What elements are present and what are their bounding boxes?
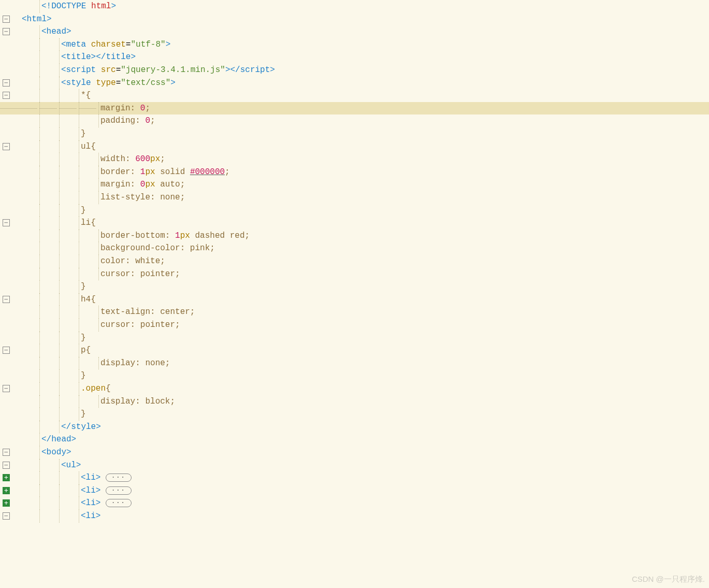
fold-collapse-icon[interactable] bbox=[3, 79, 10, 87]
folded-code-pill[interactable]: ··· bbox=[106, 474, 132, 482]
code-line[interactable]: cursor: pointer; bbox=[13, 268, 709, 281]
code-line[interactable]: } bbox=[13, 369, 709, 382]
code-text[interactable]: display: block; bbox=[100, 395, 175, 408]
code-text[interactable]: } bbox=[81, 408, 86, 421]
code-line[interactable]: <html> bbox=[13, 13, 709, 26]
code-text[interactable]: border-bottom: 1px dashed red; bbox=[100, 230, 250, 242]
code-line[interactable]: padding: 0; bbox=[13, 114, 709, 127]
code-text[interactable]: <title></title> bbox=[61, 51, 136, 64]
code-text[interactable]: <li> ··· bbox=[81, 471, 132, 484]
code-line[interactable]: list-style: none; bbox=[13, 191, 709, 204]
code-text[interactable]: } bbox=[81, 280, 86, 293]
code-text[interactable]: ul{ bbox=[81, 140, 96, 153]
code-line[interactable]: border-bottom: 1px dashed red; bbox=[13, 230, 709, 242]
code-line[interactable]: } bbox=[13, 408, 709, 421]
code-text[interactable]: .open{ bbox=[81, 382, 111, 395]
folded-code-pill[interactable]: ··· bbox=[106, 486, 132, 495]
code-text[interactable]: <head> bbox=[41, 25, 71, 38]
code-line[interactable]: <!DOCTYPE html> bbox=[13, 0, 709, 13]
code-line[interactable]: } bbox=[13, 280, 709, 293]
code-line[interactable]: </style> bbox=[13, 421, 709, 434]
code-text[interactable]: <style type="text/css"> bbox=[61, 77, 176, 90]
fold-collapse-icon[interactable] bbox=[3, 28, 10, 35]
code-line[interactable]: background-color: pink; bbox=[13, 242, 709, 255]
code-line[interactable]: display: block; bbox=[13, 395, 709, 408]
code-text[interactable]: h4{ bbox=[81, 293, 96, 306]
code-line[interactable]: <li> ··· bbox=[13, 471, 709, 484]
code-line[interactable]: p{ bbox=[13, 344, 709, 357]
fold-expand-icon[interactable] bbox=[3, 487, 10, 494]
code-text[interactable]: } bbox=[81, 369, 86, 382]
code-line[interactable]: <meta charset="utf-8"> bbox=[13, 38, 709, 51]
code-line[interactable]: <ul> bbox=[13, 459, 709, 472]
fold-collapse-icon[interactable] bbox=[3, 143, 10, 150]
code-text[interactable]: <script src="jquery-3.4.1.min.js"></scri… bbox=[61, 64, 275, 77]
code-text[interactable]: width: 600px; bbox=[100, 153, 165, 166]
code-line[interactable]: width: 600px; bbox=[13, 153, 709, 166]
code-line[interactable]: .open{ bbox=[13, 382, 709, 395]
code-text[interactable]: <!DOCTYPE html> bbox=[41, 0, 116, 13]
code-line[interactable]: } bbox=[13, 204, 709, 217]
fold-collapse-icon[interactable] bbox=[3, 219, 10, 226]
code-line[interactable]: } bbox=[13, 127, 709, 140]
code-text[interactable]: background-color: pink; bbox=[100, 242, 215, 255]
code-text[interactable]: margin: 0; bbox=[100, 102, 150, 115]
code-text[interactable]: </style> bbox=[61, 421, 101, 434]
code-line[interactable]: color: white; bbox=[13, 255, 709, 268]
code-text[interactable]: cursor: pointer; bbox=[100, 268, 180, 281]
fold-collapse-icon[interactable] bbox=[3, 347, 10, 354]
fold-collapse-icon[interactable] bbox=[3, 462, 10, 469]
code-line[interactable]: h4{ bbox=[13, 293, 709, 306]
code-text[interactable]: li{ bbox=[81, 217, 96, 230]
code-line[interactable]: display: none; bbox=[13, 357, 709, 370]
code-text[interactable]: } bbox=[81, 127, 86, 140]
code-line[interactable]: </head> bbox=[13, 433, 709, 446]
fold-collapse-icon[interactable] bbox=[3, 385, 10, 392]
code-line[interactable]: <body> bbox=[13, 446, 709, 459]
code-text[interactable]: text-align: center; bbox=[100, 306, 195, 319]
fold-collapse-icon[interactable] bbox=[3, 296, 10, 303]
code-text[interactable]: <body> bbox=[41, 446, 71, 459]
fold-collapse-icon[interactable] bbox=[3, 449, 10, 456]
code-text[interactable]: <meta charset="utf-8"> bbox=[61, 38, 170, 51]
code-text[interactable]: border: 1px solid #000000; bbox=[100, 166, 230, 179]
code-line[interactable]: <title></title> bbox=[13, 51, 709, 64]
code-text[interactable]: <ul> bbox=[61, 459, 81, 472]
code-line[interactable]: text-align: center; bbox=[13, 306, 709, 319]
code-text[interactable]: p{ bbox=[81, 344, 91, 357]
code-text[interactable]: margin: 0px auto; bbox=[100, 178, 185, 191]
code-text[interactable]: color: white; bbox=[100, 255, 165, 268]
code-line[interactable]: border: 1px solid #000000; bbox=[13, 166, 709, 179]
code-text[interactable]: <li> ··· bbox=[81, 484, 132, 497]
code-text[interactable]: list-style: none; bbox=[100, 191, 185, 204]
fold-expand-icon[interactable] bbox=[3, 499, 10, 507]
code-line[interactable]: cursor: pointer; bbox=[13, 319, 709, 332]
folded-code-pill[interactable]: ··· bbox=[106, 499, 132, 507]
code-text[interactable]: <html> bbox=[22, 13, 52, 26]
code-line[interactable]: ul{ bbox=[13, 140, 709, 153]
code-text[interactable]: } bbox=[81, 332, 86, 345]
code-line[interactable]: margin: 0; bbox=[13, 102, 709, 115]
fold-collapse-icon[interactable] bbox=[3, 512, 10, 520]
code-line[interactable]: <li> bbox=[13, 510, 709, 523]
code-text[interactable]: </head> bbox=[41, 433, 76, 446]
code-line[interactable]: *{ bbox=[13, 89, 709, 102]
fold-collapse-icon[interactable] bbox=[3, 92, 10, 99]
code-text[interactable]: cursor: pointer; bbox=[100, 319, 180, 332]
code-line[interactable]: li{ bbox=[13, 217, 709, 230]
code-line[interactable]: <li> ··· bbox=[13, 497, 709, 510]
code-line[interactable]: <style type="text/css"> bbox=[13, 77, 709, 90]
code-text[interactable]: <li> bbox=[81, 510, 100, 523]
fold-collapse-icon[interactable] bbox=[3, 16, 10, 23]
code-text[interactable]: padding: 0; bbox=[100, 114, 155, 127]
code-line[interactable]: } bbox=[13, 332, 709, 345]
code-text[interactable]: *{ bbox=[81, 89, 91, 102]
fold-expand-icon[interactable] bbox=[3, 474, 10, 481]
code-text[interactable]: } bbox=[81, 204, 86, 217]
code-line[interactable]: <script src="jquery-3.4.1.min.js"></scri… bbox=[13, 64, 709, 77]
code-line[interactable]: <li> ··· bbox=[13, 484, 709, 497]
code-text[interactable]: display: none; bbox=[100, 357, 170, 370]
code-line[interactable]: <head> bbox=[13, 25, 709, 38]
code-line[interactable]: margin: 0px auto; bbox=[13, 178, 709, 191]
code-text[interactable]: <li> ··· bbox=[81, 497, 132, 510]
